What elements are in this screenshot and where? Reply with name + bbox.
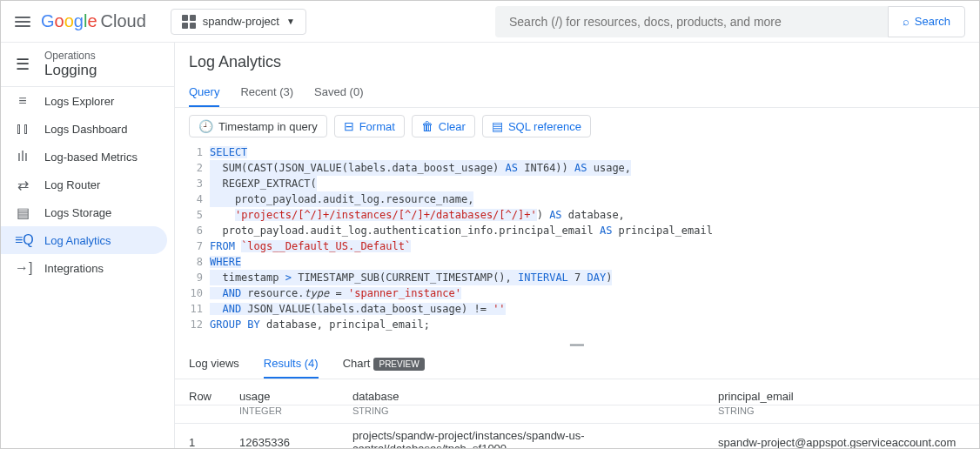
search-input[interactable] xyxy=(495,15,888,29)
tab-results[interactable]: Results (4) xyxy=(264,350,319,379)
results-table: Row usage database principal_email INTEG… xyxy=(175,379,979,449)
type-usage: INTEGER xyxy=(225,405,339,424)
format-label: Format xyxy=(359,120,395,133)
nav-icon: ≡ xyxy=(15,93,30,109)
gcp-logo[interactable]: Google Cloud xyxy=(41,11,146,31)
cell-email: spandw-project@appspot.gserviceaccount.c… xyxy=(704,424,979,450)
section-title: Logging xyxy=(44,62,97,79)
sql-editor[interactable]: 1SELECT 2 SUM(CAST(JSON_VALUE(labels.dat… xyxy=(175,144,979,339)
type-principal: STRING xyxy=(704,405,979,424)
sidebar-item-logs-storage[interactable]: ▤Logs Storage xyxy=(1,198,174,226)
nav-icon: ≡Q xyxy=(15,232,30,248)
clear-label: Clear xyxy=(439,120,466,133)
table-row[interactable]: 112635336projects/spandw-project/instanc… xyxy=(175,424,979,450)
sidebar-item-log-based-metrics[interactable]: ılıLog-based Metrics xyxy=(1,143,174,171)
main-content: Log Analytics Query Recent (3) Saved (0)… xyxy=(175,43,979,449)
search-button-label: Search xyxy=(915,15,950,28)
resize-handle[interactable]: ━━ xyxy=(175,339,979,350)
col-database: database xyxy=(339,379,704,405)
cell-row: 1 xyxy=(175,424,225,450)
nav-label: Integrations xyxy=(44,262,104,275)
sidebar-item-logs-dashboard[interactable]: ⫿⫿Logs Dashboard xyxy=(1,115,174,143)
nav-icon: ▤ xyxy=(15,204,30,221)
clock-icon: 🕘 xyxy=(198,119,213,133)
project-icon xyxy=(182,15,196,29)
col-row: Row xyxy=(175,379,225,405)
chevron-down-icon: ▼ xyxy=(286,17,295,26)
sql-icon: ▤ xyxy=(492,119,503,133)
tab-logviews[interactable]: Log views xyxy=(189,350,239,379)
sidebar-item-log-analytics[interactable]: ≡QLog Analytics xyxy=(1,226,167,254)
project-name: spandw-project xyxy=(203,15,279,28)
tab-recent[interactable]: Recent (3) xyxy=(240,78,293,107)
editor-toolbar: 🕘Timestamp in query ⊟Format 🗑Clear ▤SQL … xyxy=(175,108,979,144)
section-header: ☰ Operations Logging xyxy=(1,43,174,87)
cell-database: projects/spandw-project/instances/spandw… xyxy=(339,424,704,450)
cell-usage: 12635336 xyxy=(225,424,339,450)
format-icon: ⊟ xyxy=(344,119,354,133)
sql-reference-button[interactable]: ▤SQL reference xyxy=(482,115,591,137)
chart-label: Chart xyxy=(343,357,371,370)
nav-icon: ılı xyxy=(15,149,30,164)
nav-label: Log Analytics xyxy=(44,234,111,247)
col-usage: usage xyxy=(225,379,339,405)
section-ops-label: Operations xyxy=(44,50,97,62)
search-box: ⌕ Search xyxy=(495,6,965,37)
tab-saved[interactable]: Saved (0) xyxy=(314,78,363,107)
timestamp-label: Timestamp in query xyxy=(218,120,318,133)
top-header: Google Cloud spandw-project ▼ ⌕ Search xyxy=(1,1,979,43)
timestamp-indicator[interactable]: 🕘Timestamp in query xyxy=(189,115,327,137)
col-principal: principal_email xyxy=(704,379,979,405)
nav-icon: ⫿⫿ xyxy=(15,121,30,137)
sidebar-item-logs-explorer[interactable]: ≡Logs Explorer xyxy=(1,87,174,115)
nav-label: Logs Storage xyxy=(44,206,111,219)
nav-label: Log Router xyxy=(44,178,100,191)
clear-button[interactable]: 🗑Clear xyxy=(412,115,475,137)
nav-label: Logs Explorer xyxy=(44,95,114,108)
sidebar-item-integrations[interactable]: →]Integrations xyxy=(1,254,174,282)
result-tabs: Log views Results (4) ChartPREVIEW xyxy=(175,350,979,379)
search-button[interactable]: ⌕ Search xyxy=(888,6,965,37)
page-title: Log Analytics xyxy=(189,53,965,71)
nav-label: Log-based Metrics xyxy=(44,151,138,164)
preview-badge: PREVIEW xyxy=(373,358,424,371)
tab-query[interactable]: Query xyxy=(189,78,219,107)
logo-cloud-text: Cloud xyxy=(101,11,146,31)
nav-label: Logs Dashboard xyxy=(44,123,127,136)
type-database: STRING xyxy=(339,405,704,424)
project-selector[interactable]: spandw-project ▼ xyxy=(171,9,306,35)
logging-icon: ☰ xyxy=(15,55,30,74)
tab-chart[interactable]: ChartPREVIEW xyxy=(343,350,425,379)
search-icon: ⌕ xyxy=(903,15,910,28)
sidebar: ☰ Operations Logging ≡Logs Explorer⫿⫿Log… xyxy=(1,43,175,449)
format-button[interactable]: ⊟Format xyxy=(334,115,405,137)
query-tabs: Query Recent (3) Saved (0) xyxy=(175,78,979,108)
sidebar-item-log-router[interactable]: ⇄Log Router xyxy=(1,171,174,198)
trash-icon: 🗑 xyxy=(421,119,433,133)
sqlref-label: SQL reference xyxy=(508,120,581,133)
nav-icon: →] xyxy=(15,260,30,276)
nav-icon: ⇄ xyxy=(15,177,30,193)
hamburger-menu-icon[interactable] xyxy=(15,17,30,27)
